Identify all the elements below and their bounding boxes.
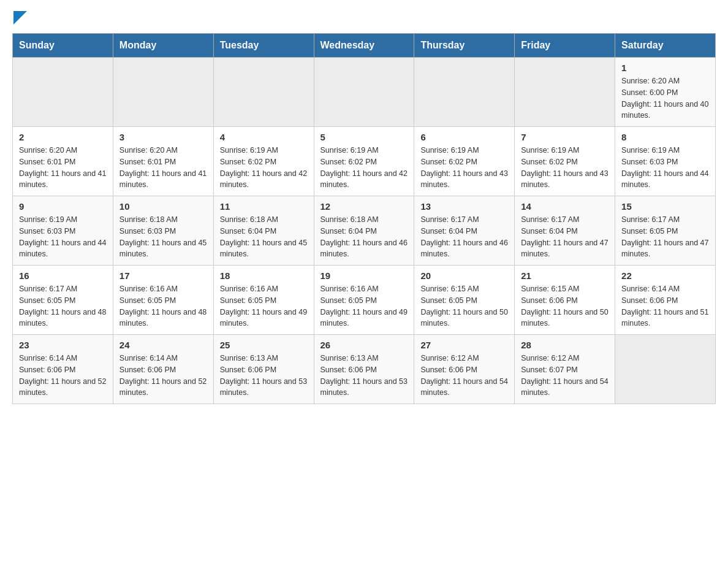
day-number: 12 xyxy=(320,201,408,212)
day-info: Sunrise: 6:20 AMSunset: 6:00 PMDaylight:… xyxy=(621,75,709,121)
day-info: Sunrise: 6:19 AMSunset: 6:03 PMDaylight:… xyxy=(19,214,107,260)
calendar-cell: 13Sunrise: 6:17 AMSunset: 6:04 PMDayligh… xyxy=(414,196,515,266)
calendar-cell: 22Sunrise: 6:14 AMSunset: 6:06 PMDayligh… xyxy=(615,266,716,335)
day-number: 1 xyxy=(621,63,709,73)
day-number: 20 xyxy=(420,270,508,281)
calendar-cell: 3Sunrise: 6:20 AMSunset: 6:01 PMDaylight… xyxy=(113,127,213,196)
day-number: 22 xyxy=(621,270,709,281)
day-info: Sunrise: 6:14 AMSunset: 6:06 PMDaylight:… xyxy=(621,283,709,329)
day-number: 21 xyxy=(521,270,609,281)
day-number: 2 xyxy=(19,132,107,142)
calendar-cell: 9Sunrise: 6:19 AMSunset: 6:03 PMDaylight… xyxy=(13,196,113,266)
calendar-cell xyxy=(213,58,314,127)
calendar-cell xyxy=(414,58,515,127)
calendar-cell: 12Sunrise: 6:18 AMSunset: 6:04 PMDayligh… xyxy=(314,196,414,266)
day-number: 25 xyxy=(220,340,308,350)
calendar-cell: 23Sunrise: 6:14 AMSunset: 6:06 PMDayligh… xyxy=(13,335,113,404)
day-info: Sunrise: 6:15 AMSunset: 6:06 PMDaylight:… xyxy=(521,283,609,329)
calendar-cell: 6Sunrise: 6:19 AMSunset: 6:02 PMDaylight… xyxy=(414,127,515,196)
calendar-cell xyxy=(515,58,615,127)
day-info: Sunrise: 6:19 AMSunset: 6:02 PMDaylight:… xyxy=(521,145,609,191)
calendar-row-3: 9Sunrise: 6:19 AMSunset: 6:03 PMDaylight… xyxy=(13,196,716,266)
day-number: 14 xyxy=(521,201,609,212)
calendar-cell: 27Sunrise: 6:12 AMSunset: 6:06 PMDayligh… xyxy=(414,335,515,404)
calendar-cell: 4Sunrise: 6:19 AMSunset: 6:02 PMDaylight… xyxy=(213,127,314,196)
calendar-cell: 11Sunrise: 6:18 AMSunset: 6:04 PMDayligh… xyxy=(213,196,314,266)
day-number: 23 xyxy=(19,340,107,350)
logo-arrow-icon xyxy=(13,11,27,25)
day-info: Sunrise: 6:17 AMSunset: 6:04 PMDaylight:… xyxy=(420,214,508,260)
weekday-header-friday: Friday xyxy=(515,34,615,58)
weekday-header-row: SundayMondayTuesdayWednesdayThursdayFrid… xyxy=(13,34,716,58)
day-info: Sunrise: 6:18 AMSunset: 6:04 PMDaylight:… xyxy=(220,214,308,260)
calendar-row-5: 23Sunrise: 6:14 AMSunset: 6:06 PMDayligh… xyxy=(13,335,716,404)
day-number: 18 xyxy=(220,270,308,281)
day-number: 5 xyxy=(320,132,408,142)
calendar-cell: 18Sunrise: 6:16 AMSunset: 6:05 PMDayligh… xyxy=(213,266,314,335)
day-number: 9 xyxy=(19,201,107,212)
calendar-cell xyxy=(113,58,213,127)
day-number: 27 xyxy=(420,340,508,350)
day-info: Sunrise: 6:20 AMSunset: 6:01 PMDaylight:… xyxy=(119,145,207,191)
day-info: Sunrise: 6:19 AMSunset: 6:02 PMDaylight:… xyxy=(420,145,508,191)
day-number: 8 xyxy=(621,132,709,142)
calendar-cell xyxy=(13,58,113,127)
weekday-header-wednesday: Wednesday xyxy=(314,34,414,58)
calendar-cell: 10Sunrise: 6:18 AMSunset: 6:03 PMDayligh… xyxy=(113,196,213,266)
day-info: Sunrise: 6:19 AMSunset: 6:02 PMDaylight:… xyxy=(220,145,308,191)
calendar-cell: 14Sunrise: 6:17 AMSunset: 6:04 PMDayligh… xyxy=(515,196,615,266)
calendar-cell: 28Sunrise: 6:12 AMSunset: 6:07 PMDayligh… xyxy=(515,335,615,404)
calendar-cell: 2Sunrise: 6:20 AMSunset: 6:01 PMDaylight… xyxy=(13,127,113,196)
logo-area xyxy=(12,12,27,23)
day-info: Sunrise: 6:12 AMSunset: 6:07 PMDaylight:… xyxy=(521,353,609,399)
day-info: Sunrise: 6:14 AMSunset: 6:06 PMDaylight:… xyxy=(19,353,107,399)
calendar-row-4: 16Sunrise: 6:17 AMSunset: 6:05 PMDayligh… xyxy=(13,266,716,335)
day-info: Sunrise: 6:13 AMSunset: 6:06 PMDaylight:… xyxy=(220,353,308,399)
calendar-cell: 15Sunrise: 6:17 AMSunset: 6:05 PMDayligh… xyxy=(615,196,716,266)
day-info: Sunrise: 6:16 AMSunset: 6:05 PMDaylight:… xyxy=(320,283,408,329)
page-wrapper: SundayMondayTuesdayWednesdayThursdayFrid… xyxy=(12,12,716,404)
calendar-cell: 1Sunrise: 6:20 AMSunset: 6:00 PMDaylight… xyxy=(615,58,716,127)
day-number: 3 xyxy=(119,132,207,142)
day-info: Sunrise: 6:15 AMSunset: 6:05 PMDaylight:… xyxy=(420,283,508,329)
weekday-header-saturday: Saturday xyxy=(615,34,716,58)
day-number: 10 xyxy=(119,201,207,212)
weekday-header-sunday: Sunday xyxy=(13,34,113,58)
day-number: 11 xyxy=(220,201,308,212)
day-info: Sunrise: 6:14 AMSunset: 6:06 PMDaylight:… xyxy=(119,353,207,399)
day-info: Sunrise: 6:12 AMSunset: 6:06 PMDaylight:… xyxy=(420,353,508,399)
logo xyxy=(12,12,27,26)
day-number: 13 xyxy=(420,201,508,212)
calendar-cell: 8Sunrise: 6:19 AMSunset: 6:03 PMDaylight… xyxy=(615,127,716,196)
day-number: 19 xyxy=(320,270,408,281)
calendar-cell: 24Sunrise: 6:14 AMSunset: 6:06 PMDayligh… xyxy=(113,335,213,404)
day-info: Sunrise: 6:19 AMSunset: 6:02 PMDaylight:… xyxy=(320,145,408,191)
day-info: Sunrise: 6:13 AMSunset: 6:06 PMDaylight:… xyxy=(320,353,408,399)
day-info: Sunrise: 6:17 AMSunset: 6:05 PMDaylight:… xyxy=(621,214,709,260)
calendar-cell: 25Sunrise: 6:13 AMSunset: 6:06 PMDayligh… xyxy=(213,335,314,404)
weekday-header-monday: Monday xyxy=(113,34,213,58)
weekday-header-tuesday: Tuesday xyxy=(213,34,314,58)
calendar-cell: 19Sunrise: 6:16 AMSunset: 6:05 PMDayligh… xyxy=(314,266,414,335)
day-number: 17 xyxy=(119,270,207,281)
day-number: 6 xyxy=(420,132,508,142)
calendar-row-2: 2Sunrise: 6:20 AMSunset: 6:01 PMDaylight… xyxy=(13,127,716,196)
calendar-cell: 17Sunrise: 6:16 AMSunset: 6:05 PMDayligh… xyxy=(113,266,213,335)
day-info: Sunrise: 6:18 AMSunset: 6:04 PMDaylight:… xyxy=(320,214,408,260)
day-number: 16 xyxy=(19,270,107,281)
calendar-row-1: 1Sunrise: 6:20 AMSunset: 6:00 PMDaylight… xyxy=(13,58,716,127)
day-info: Sunrise: 6:17 AMSunset: 6:04 PMDaylight:… xyxy=(521,214,609,260)
day-number: 15 xyxy=(621,201,709,212)
calendar-cell: 26Sunrise: 6:13 AMSunset: 6:06 PMDayligh… xyxy=(314,335,414,404)
weekday-header-thursday: Thursday xyxy=(414,34,515,58)
calendar-cell xyxy=(615,335,716,404)
calendar-cell xyxy=(314,58,414,127)
calendar-cell: 5Sunrise: 6:19 AMSunset: 6:02 PMDaylight… xyxy=(314,127,414,196)
day-number: 24 xyxy=(119,340,207,350)
day-number: 7 xyxy=(521,132,609,142)
calendar-table: SundayMondayTuesdayWednesdayThursdayFrid… xyxy=(12,33,716,404)
day-number: 28 xyxy=(521,340,609,350)
day-info: Sunrise: 6:20 AMSunset: 6:01 PMDaylight:… xyxy=(19,145,107,191)
calendar-cell: 16Sunrise: 6:17 AMSunset: 6:05 PMDayligh… xyxy=(13,266,113,335)
day-number: 4 xyxy=(220,132,308,142)
